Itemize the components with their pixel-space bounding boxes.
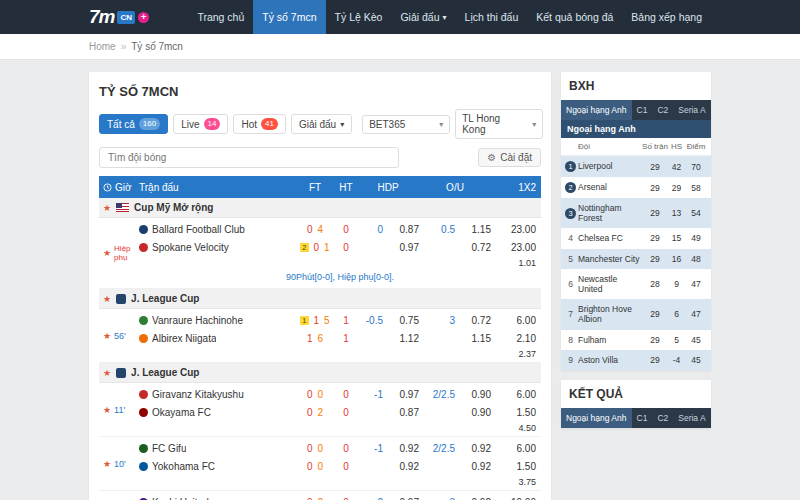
hdp-odds[interactable]: 0.97 — [383, 389, 419, 400]
draw-odds[interactable]: 3.75 — [491, 477, 541, 487]
x12-odds[interactable]: 1.50 — [491, 407, 541, 418]
tab-c2[interactable]: C2 — [652, 408, 673, 428]
tab-c1[interactable]: C1 — [632, 100, 653, 120]
hdp-odds[interactable]: 0.97 — [383, 242, 419, 253]
standings-team-name[interactable]: Nottingham Forest — [578, 203, 642, 223]
nav-item-giai-au[interactable]: Giải đấu▾ — [391, 0, 455, 34]
team-name[interactable]: Spokane Velocity — [152, 242, 229, 253]
standings-row[interactable]: 6Newcastle United28947 — [561, 269, 711, 299]
ou-odds[interactable]: 1.15 — [455, 333, 491, 344]
filter-tab-all[interactable]: Tất cả160 — [99, 114, 168, 134]
league-header[interactable]: ★J. League Cup — [99, 289, 541, 309]
standings-row[interactable]: 3Nottingham Forest291354 — [561, 198, 711, 228]
hdp-odds[interactable]: 0.87 — [383, 407, 419, 418]
team-name[interactable]: FC Gifu — [152, 443, 186, 454]
standings-team-name[interactable]: Liverpool — [578, 161, 642, 171]
hdp-odds[interactable]: 1.12 — [383, 333, 419, 344]
points: 45 — [685, 355, 707, 365]
standings-row[interactable]: 5Manchester City291648 — [561, 249, 711, 269]
team-name[interactable]: Vanraure Hachinohe — [152, 315, 243, 326]
standings-row[interactable]: 8Fulham29545 — [561, 330, 711, 350]
bookmaker-select[interactable]: BET365 ▾ — [362, 115, 450, 134]
odds-type-select[interactable]: TL Hong Kong ▾ — [455, 109, 543, 139]
x12-odds[interactable]: 6.00 — [491, 443, 541, 454]
tab-ngoai-hang-anh[interactable]: Ngoại hạng Anh — [561, 100, 632, 120]
filter-tab-live[interactable]: Live14 — [173, 114, 228, 134]
x12-odds[interactable]: 1.50 — [491, 461, 541, 472]
nav-item-ty-le-keo[interactable]: Tỷ Lệ Kèo — [326, 0, 392, 34]
team-name[interactable]: Ballard Football Club — [152, 224, 245, 235]
tab-seria-a[interactable]: Seria A — [673, 100, 710, 120]
tab-c2[interactable]: C2 — [652, 100, 673, 120]
standings-row[interactable]: 4Chelsea FC291549 — [561, 228, 711, 248]
nav-item-ty-so-7mcn[interactable]: Tỷ số 7mcn — [253, 0, 325, 34]
ou-line-value: 3 — [419, 315, 455, 326]
x12-odds[interactable]: 6.00 — [491, 389, 541, 400]
rank-number: 9 — [565, 355, 576, 365]
x12-odds[interactable]: 23.00 — [491, 242, 541, 253]
hdp-odds[interactable]: 0.92 — [383, 461, 419, 472]
draw-odds[interactable]: 1.01 — [491, 258, 541, 268]
team-name[interactable]: Kochi United — [152, 497, 209, 500]
team-name[interactable]: Giravanz Kitakyushu — [152, 389, 244, 400]
standings-row[interactable]: 2Arsenal292958 — [561, 177, 711, 198]
x12-odds[interactable]: 23.00 — [491, 224, 541, 235]
filter-tab-league[interactable]: Giải đấu▾ — [291, 114, 352, 134]
league-header[interactable]: ★Cup Mỹ Mở rộng — [99, 198, 541, 218]
team-name[interactable]: Albirex Niigata — [152, 333, 216, 344]
standings-row[interactable]: 9Aston Villa29-445 — [561, 350, 711, 370]
team-logo — [139, 243, 148, 252]
standings-team-name[interactable]: Aston Villa — [578, 355, 642, 365]
nav-item-bang-xep-hang[interactable]: Bảng xếp hạng — [622, 0, 711, 34]
draw-odds[interactable]: 2.37 — [491, 349, 541, 359]
tab-seria-a[interactable]: Seria A — [673, 408, 710, 428]
rank-badge: 3 — [565, 208, 576, 219]
x12-odds[interactable]: 2.10 — [491, 333, 541, 344]
x12-odds[interactable]: 6.00 — [491, 315, 541, 326]
ou-odds[interactable]: 0.92 — [455, 497, 491, 500]
ft-score: 1 — [314, 315, 320, 326]
standings-team-name[interactable]: Newcastle United — [578, 274, 642, 294]
ou-odds[interactable]: 0.92 — [455, 443, 491, 454]
league-header[interactable]: ★J. League Cup — [99, 363, 541, 383]
standings-row[interactable]: 7Brighton Hove Albion29647 — [561, 299, 711, 329]
filter-tab-hot[interactable]: Hot41 — [233, 114, 285, 134]
match-block: ★11'Giravanz Kitakyushu000-10.972/2.50.9… — [99, 383, 541, 437]
standings-team-name[interactable]: Manchester City — [578, 254, 642, 264]
standings-team-name[interactable]: Arsenal — [578, 182, 642, 192]
breadcrumb-home-link[interactable]: Home — [89, 41, 116, 52]
match-block: ★56'Vanraure Hachinohe1151-0.50.7530.726… — [99, 309, 541, 363]
ou-odds[interactable]: 0.90 — [455, 407, 491, 418]
hdp-odds[interactable]: 0.75 — [383, 315, 419, 326]
standings-row[interactable]: 1Liverpool294270 — [561, 156, 711, 177]
tab-ngoai-hang-anh[interactable]: Ngoại hạng Anh — [561, 408, 632, 428]
hdp-odds[interactable]: 0.87 — [383, 224, 419, 235]
hdp-odds[interactable]: 0.92 — [383, 443, 419, 454]
settings-button[interactable]: ⚙ Cài đặt — [478, 148, 541, 167]
favorite-star-icon[interactable]: ★ — [103, 405, 111, 415]
favorite-star-icon[interactable]: ★ — [103, 331, 111, 341]
draw-odds[interactable]: 4.50 — [491, 423, 541, 433]
ou-odds[interactable]: 0.72 — [455, 242, 491, 253]
nav-item-ket-qua-bong-a[interactable]: Kết quả bóng đá — [527, 0, 622, 34]
favorite-star-icon[interactable]: ★ — [103, 459, 111, 469]
site-logo[interactable]: 7m cn + — [89, 6, 149, 28]
favorite-star-icon[interactable]: ★ — [103, 248, 111, 258]
ou-odds[interactable]: 0.90 — [455, 389, 491, 400]
tab-c1[interactable]: C1 — [632, 408, 653, 428]
nav-item-lich-thi-au[interactable]: Lịch thi đấu — [456, 0, 528, 34]
breadcrumb-separator: » — [121, 41, 127, 52]
standings-team-name[interactable]: Chelsea FC — [578, 233, 642, 243]
hdp-odds[interactable]: 0.97 — [383, 497, 419, 500]
nav-item-trang-chu[interactable]: Trang chủ — [188, 0, 253, 34]
search-input[interactable] — [99, 147, 399, 168]
ou-odds[interactable]: 0.92 — [455, 461, 491, 472]
ou-odds[interactable]: 1.15 — [455, 224, 491, 235]
ou-odds[interactable]: 0.72 — [455, 315, 491, 326]
team-name[interactable]: Okayama FC — [152, 407, 211, 418]
right-sidebar: BXH Ngoại hạng AnhC1C2Seria ALa Lig Ngoạ… — [561, 72, 711, 428]
standings-team-name[interactable]: Brighton Hove Albion — [578, 304, 642, 324]
team-name[interactable]: Yokohama FC — [152, 461, 215, 472]
standings-team-name[interactable]: Fulham — [578, 335, 642, 345]
x12-odds[interactable]: 19.00 — [491, 497, 541, 500]
